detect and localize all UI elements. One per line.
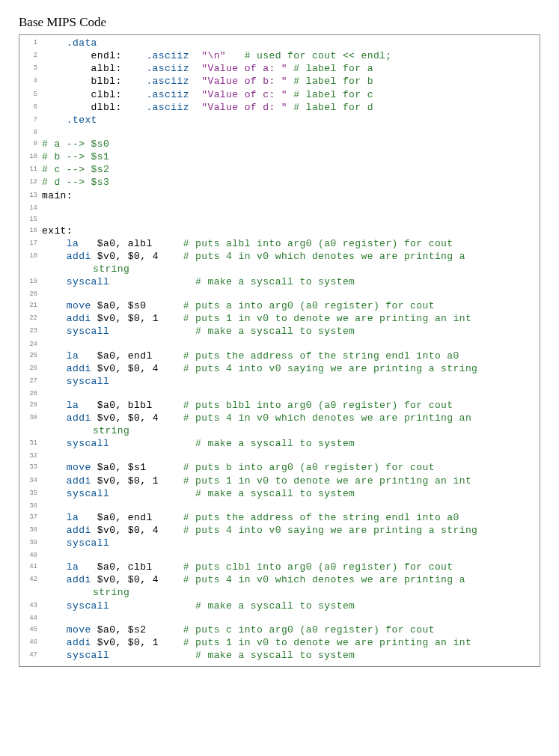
code-line: 26 addi $v0, $0, 4 # puts 4 into v0 sayi…: [19, 362, 540, 375]
line-number: 13: [19, 189, 42, 201]
line-number: 7: [19, 114, 42, 125]
code-line-wrap: string: [19, 586, 540, 599]
code-line: 20: [19, 288, 540, 299]
code-line: 18 addi $v0, $0, 4 # puts 4 in v0 which …: [19, 250, 540, 263]
code-content: albl: .asciiz "Value of a: " # label for…: [42, 62, 373, 75]
code-content: # c --> $s2: [42, 163, 109, 176]
code-line: 27 syscall: [19, 375, 540, 388]
line-number: 8: [19, 126, 42, 138]
line-number: 30: [19, 412, 42, 423]
code-line: 7 .text: [19, 114, 540, 126]
line-number: 33: [19, 461, 42, 472]
code-content: # d --> $s3: [42, 176, 109, 189]
code-line-wrap: string: [19, 263, 540, 275]
code-line: 5 clbl: .asciiz "Value of c: " # label f…: [19, 88, 540, 101]
line-number: 6: [19, 101, 42, 112]
line-number: 23: [19, 325, 42, 336]
line-number: 17: [19, 237, 42, 249]
code-line: 4 blbl: .asciiz "Value of b: " # label f…: [19, 75, 540, 88]
line-number: 28: [19, 388, 42, 399]
line-number: 4: [19, 75, 42, 86]
line-number: 46: [19, 636, 42, 647]
listing-title: Base MIPS Code: [19, 15, 540, 30]
line-number: 3: [19, 62, 42, 73]
code-line: 1 .data: [19, 37, 540, 49]
code-line: 41 la $a0, clbl # puts clbl into arg0 (a…: [19, 561, 540, 573]
code-content: la $a0, clbl # puts clbl into arg0 (a0 r…: [42, 561, 453, 573]
code-line: 21 move $a0, $s0 # puts a into arg0 (a0 …: [19, 299, 540, 312]
line-number: 19: [19, 275, 42, 287]
code-content: # a --> $s0: [42, 138, 109, 150]
code-content: addi $v0, $0, 4 # puts 4 in v0 which den…: [42, 573, 465, 586]
code-line: 11# c --> $s2: [19, 163, 540, 176]
line-number: 47: [19, 649, 42, 660]
line-number: 35: [19, 487, 42, 499]
code-line: 6 dlbl: .asciiz "Value of d: " # label f…: [19, 101, 540, 114]
code-line: 42 addi $v0, $0, 4 # puts 4 in v0 which …: [19, 573, 540, 586]
code-line: 19 syscall # make a syscall to system: [19, 275, 540, 288]
code-line: 3 albl: .asciiz "Value of a: " # label f…: [19, 62, 540, 75]
code-line: 40: [19, 549, 540, 561]
line-number: 22: [19, 312, 42, 323]
line-number: 15: [19, 213, 42, 225]
line-number: 14: [19, 202, 42, 213]
code-line: 28: [19, 388, 540, 399]
code-content: addi $v0, $0, 1 # puts 1 in v0 to denote…: [42, 636, 471, 649]
code-content: la $a0, blbl # puts blbl into arg0 (a0 r…: [42, 399, 453, 412]
code-content: syscall # make a syscall to system: [42, 437, 355, 450]
code-content: .data: [42, 37, 97, 49]
code-line: 45 move $a0, $s2 # puts c into arg0 (a0 …: [19, 624, 540, 636]
code-content: .text: [42, 114, 97, 126]
line-number: 34: [19, 475, 42, 486]
code-listing: 1 .data2 endl: .asciiz "\n" # used for c…: [19, 34, 540, 667]
line-number: 42: [19, 573, 42, 585]
line-number: 38: [19, 524, 42, 535]
code-content: exit:: [42, 225, 73, 237]
code-line: 16exit:: [19, 225, 540, 237]
line-number: 10: [19, 150, 42, 162]
code-line: 9# a --> $s0: [19, 138, 540, 150]
line-number: 18: [19, 250, 42, 261]
code-line: 43 syscall # make a syscall to system: [19, 600, 540, 612]
code-content: blbl: .asciiz "Value of b: " # label for…: [42, 75, 373, 88]
code-line: 33 move $a0, $s1 # puts b into arg0 (a0 …: [19, 461, 540, 474]
code-line: 15: [19, 213, 540, 225]
code-content: endl: .asciiz "\n" # used for cout << en…: [42, 49, 392, 62]
line-number: 9: [19, 138, 42, 149]
code-content: syscall # make a syscall to system: [42, 275, 355, 288]
line-number: 43: [19, 600, 42, 611]
code-content: move $a0, $s2 # puts c into arg0 (a0 reg…: [42, 624, 435, 636]
line-number: 39: [19, 537, 42, 548]
code-content: syscall: [42, 375, 109, 388]
code-line: 12# d --> $s3: [19, 176, 540, 189]
line-number: [19, 263, 42, 265]
code-content: move $a0, $s0 # puts a into arg0 (a0 reg…: [42, 299, 435, 312]
code-content: main:: [42, 189, 73, 202]
code-content: la $a0, endl # puts the address of the s…: [42, 350, 459, 362]
code-line: 22 addi $v0, $0, 1 # puts 1 in v0 to den…: [19, 312, 540, 325]
code-content: syscall # make a syscall to system: [42, 325, 355, 338]
code-content: syscall # make a syscall to system: [42, 649, 355, 662]
code-line: 31 syscall # make a syscall to system: [19, 437, 540, 450]
line-number: 1: [19, 37, 42, 48]
code-content: syscall: [42, 537, 109, 549]
code-line: 44: [19, 612, 540, 624]
code-content: clbl: .asciiz "Value of c: " # label for…: [42, 88, 373, 101]
code-line: 13main:: [19, 189, 540, 202]
line-number: 12: [19, 176, 42, 187]
code-content: dlbl: .asciiz "Value of d: " # label for…: [42, 101, 373, 114]
code-line: 14: [19, 202, 540, 213]
line-number: 27: [19, 375, 42, 386]
code-content: syscall # make a syscall to system: [42, 487, 355, 500]
line-number: 5: [19, 88, 42, 100]
line-number: 40: [19, 549, 42, 561]
code-line: 47 syscall # make a syscall to system: [19, 649, 540, 662]
code-content: string: [42, 424, 129, 437]
line-number: [19, 586, 42, 588]
code-content: string: [42, 263, 129, 275]
code-content: addi $v0, $0, 4 # puts 4 into v0 saying …: [42, 524, 477, 537]
code-line-wrap: string: [19, 424, 540, 437]
line-number: 21: [19, 299, 42, 311]
code-content: string: [42, 586, 129, 599]
line-number: 2: [19, 49, 42, 61]
